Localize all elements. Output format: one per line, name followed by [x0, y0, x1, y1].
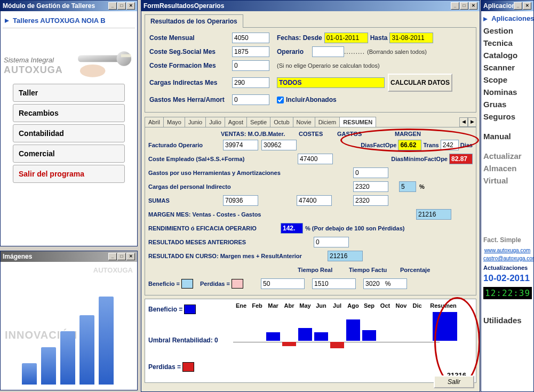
- url-web[interactable]: www.autoxuga.com: [483, 247, 531, 253]
- gastos-herr-field[interactable]: [353, 167, 388, 178]
- gastos-herr-label: Gastos por uso Herramientas y Amortizaci…: [148, 170, 314, 176]
- nav-salir[interactable]: Salir del programa: [13, 165, 125, 183]
- diasminimo-field[interactable]: [449, 154, 473, 164]
- app-nominas[interactable]: Nominas: [483, 86, 531, 98]
- app-gruas[interactable]: Gruas: [483, 98, 531, 110]
- svg-rect-0: [78, 55, 122, 62]
- minimize-icon[interactable]: _: [514, 2, 522, 10]
- nav-comercial[interactable]: Comercial: [13, 145, 125, 163]
- chart-month-labels: Ene Feb Mar Abr May Jun Jul Ago Sep Oct …: [233, 302, 472, 309]
- nav-taller[interactable]: Taller: [13, 84, 125, 102]
- salir-button[interactable]: Salir: [434, 375, 474, 388]
- tab-novie[interactable]: Novie: [293, 117, 315, 127]
- minimize-icon[interactable]: _: [108, 253, 117, 260]
- trans-field[interactable]: [441, 140, 459, 150]
- images-title: Imágenes: [3, 253, 32, 260]
- app-scope[interactable]: Scope: [483, 74, 531, 86]
- url-mail[interactable]: castro@autoxuga.com: [483, 255, 531, 261]
- tab-resultados[interactable]: Resultados de los Operarios: [145, 14, 243, 28]
- maximize-icon[interactable]: □: [117, 253, 126, 260]
- bar-ago: [346, 319, 360, 341]
- close-icon[interactable]: ✕: [469, 2, 477, 10]
- result-curso-field[interactable]: [328, 251, 363, 261]
- tiempo-factu-field[interactable]: [312, 278, 356, 289]
- app-actualizar[interactable]: Actualizar: [483, 150, 531, 162]
- tab-mayo[interactable]: Mayo: [163, 117, 185, 127]
- hdr-gastos: GASTOS: [337, 131, 395, 137]
- app-tecnica[interactable]: Tecnica: [483, 37, 531, 49]
- tab-diciem[interactable]: Diciem: [315, 117, 340, 127]
- tab-scroll-right-icon[interactable]: ▶: [468, 117, 476, 127]
- sumas-gastos-field[interactable]: [353, 195, 388, 206]
- rendimiento-note: % (Por debajo de 100 son Pérdidas): [305, 225, 404, 231]
- porcentaje-label: Porcentaje: [400, 267, 430, 273]
- coste-empleado-field[interactable]: [298, 154, 333, 164]
- sumas-costes-field[interactable]: [297, 195, 332, 206]
- app-catalogo[interactable]: Catalogo: [483, 49, 531, 61]
- perdidas-swatch: [232, 279, 243, 289]
- facturado-bm-field[interactable]: [261, 140, 297, 150]
- tab-abril[interactable]: Abril: [145, 117, 164, 127]
- app-manual[interactable]: Manual: [483, 130, 531, 142]
- close-icon[interactable]: ✕: [126, 2, 135, 10]
- tab-scroll-left-icon[interactable]: ◀: [459, 117, 468, 127]
- main-form-window: FormResultadosOperarios _ □ ✕ Resultados…: [141, 0, 480, 392]
- dots[interactable]: .........: [344, 48, 365, 55]
- cargas-ind-field[interactable]: [232, 77, 269, 88]
- fecha-desde-field[interactable]: [324, 33, 368, 43]
- tab-septie[interactable]: Septie: [246, 117, 270, 127]
- minimize-icon[interactable]: _: [451, 2, 459, 10]
- tab-octub[interactable]: Octub: [270, 117, 293, 127]
- operario-field[interactable]: [312, 46, 344, 57]
- tab-junio[interactable]: Junio: [185, 117, 206, 127]
- result-anterior-label: RESULTADO MESES ANTERIORES: [148, 239, 314, 245]
- incluir-abonados-checkbox[interactable]: [277, 97, 284, 103]
- nav-contabilidad[interactable]: Contabilidad: [13, 124, 125, 142]
- porcentaje-field[interactable]: [363, 278, 407, 289]
- app-scanner[interactable]: Scanner: [483, 61, 531, 74]
- app-seguros[interactable]: Seguros: [483, 110, 531, 123]
- cargas-pers-field[interactable]: [353, 181, 388, 192]
- minimize-icon[interactable]: _: [108, 2, 117, 10]
- app-almacen[interactable]: Almacen: [483, 162, 531, 174]
- calcular-datos-button[interactable]: CALCULAR DATOS: [388, 74, 452, 92]
- maximize-icon[interactable]: □: [460, 2, 468, 10]
- left-module-window: Módulo de Gestión de Talleres _ □ ✕ Tall…: [0, 0, 138, 246]
- chart-beneficio-label: Beneficio =: [148, 305, 197, 314]
- coste-mensual-field[interactable]: [232, 33, 269, 43]
- todos-field[interactable]: [277, 77, 385, 88]
- close-icon[interactable]: ✕: [126, 253, 135, 260]
- app-virtual[interactable]: Virtual: [483, 174, 531, 187]
- rendimiento-field[interactable]: [281, 223, 303, 234]
- maximize-icon[interactable]: □: [117, 2, 126, 10]
- dias-label: Dias: [460, 142, 473, 148]
- coste-ss-field[interactable]: [232, 46, 269, 57]
- tab-agost[interactable]: Agost: [225, 117, 247, 127]
- facturado-mo-field[interactable]: [223, 140, 258, 150]
- fecha-hasta-field[interactable]: [389, 33, 433, 43]
- upd-label: Actualizaciones: [483, 265, 531, 271]
- coste-form-field[interactable]: [232, 60, 269, 71]
- app-utilidades[interactable]: Utilidades: [483, 314, 531, 326]
- nav-recambios[interactable]: Recambios: [13, 104, 125, 122]
- result-anterior-field[interactable]: [314, 237, 349, 247]
- tab-resumen[interactable]: RESUMEN: [339, 117, 376, 127]
- tab-julio[interactable]: Julio: [205, 117, 225, 127]
- left-titlebar[interactable]: Módulo de Gestión de Talleres _ □ ✕: [1, 1, 137, 11]
- close-icon[interactable]: ✕: [523, 2, 531, 10]
- cargas-pct-field[interactable]: [399, 181, 416, 192]
- rendimiento-label: RENDIMIENTO ó EFICACIA OPERARIO: [148, 225, 281, 231]
- upd-date: 10-02-2011: [483, 273, 531, 284]
- fact-simple[interactable]: Fact. Simple: [483, 235, 531, 245]
- margenmes-field[interactable]: [416, 209, 451, 220]
- bar-abr: [282, 342, 296, 346]
- sumas-ventas-field[interactable]: [223, 195, 258, 206]
- hdr-ventas: VENTAS: M.O./B.Mater.: [221, 131, 299, 137]
- trans-label: Trans: [423, 142, 439, 148]
- diasfactope-label: DiasFactOpe: [361, 142, 396, 148]
- chart-perdidas-label: Perdidas =: [148, 362, 196, 372]
- tiempo-real-field[interactable]: [261, 278, 305, 289]
- app-gestion[interactable]: Gestion: [483, 25, 531, 37]
- gastos-ha-field[interactable]: [232, 94, 269, 105]
- diasfactope-field[interactable]: [398, 140, 421, 150]
